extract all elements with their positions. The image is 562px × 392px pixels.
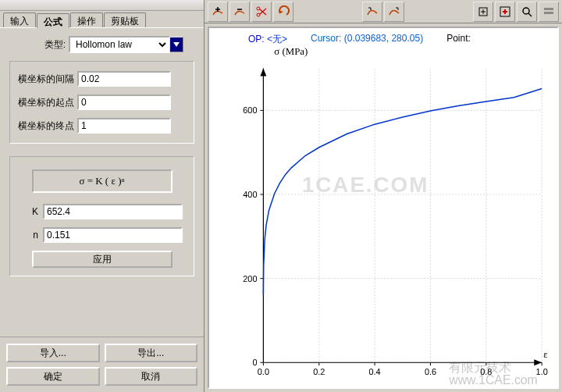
start-label: 横坐标的起点 bbox=[18, 96, 74, 109]
chart-area[interactable]: OP: <无> Cursor: (0.039683, 280.05) Point… bbox=[208, 27, 559, 389]
n-input[interactable] bbox=[43, 227, 183, 243]
chart-toolbar bbox=[205, 0, 562, 23]
tool-settings-icon[interactable] bbox=[539, 2, 559, 22]
svg-text:400: 400 bbox=[243, 190, 257, 199]
svg-text:0.6: 0.6 bbox=[425, 367, 436, 376]
k-label: K bbox=[21, 206, 38, 217]
apply-button[interactable]: 应用 bbox=[32, 251, 173, 268]
tab-operate[interactable]: 操作 bbox=[70, 12, 103, 27]
svg-text:0.2: 0.2 bbox=[313, 367, 325, 376]
end-input[interactable] bbox=[77, 118, 171, 134]
svg-text:0: 0 bbox=[252, 358, 257, 367]
svg-text:0.0: 0.0 bbox=[258, 367, 269, 376]
formula-group: σ = K ( ε )ⁿ K n 应用 bbox=[9, 156, 194, 276]
svg-rect-2 bbox=[479, 8, 487, 16]
op-readout: OP: <无> bbox=[248, 33, 287, 46]
svg-text:0.8: 0.8 bbox=[480, 367, 492, 376]
n-label: n bbox=[21, 230, 38, 241]
export-button[interactable]: 导出... bbox=[105, 344, 198, 362]
svg-text:600: 600 bbox=[243, 105, 257, 115]
svg-rect-3 bbox=[500, 7, 510, 16]
end-label: 横坐标的终点 bbox=[18, 119, 74, 133]
tool-curve1-icon[interactable] bbox=[362, 2, 382, 22]
svg-text:ε: ε bbox=[543, 349, 548, 360]
chart-plot: 1CAE.COM有限元技术www.1CAE.com0.00.20.40.60.8… bbox=[209, 28, 557, 387]
axis-group: 横坐标的间隔 横坐标的起点 横坐标的终点 bbox=[9, 61, 194, 144]
tool-curve2-icon[interactable] bbox=[384, 2, 404, 22]
point-readout: Point: bbox=[446, 33, 471, 46]
chart-info-bar: OP: <无> Cursor: (0.039683, 280.05) Point… bbox=[248, 33, 550, 46]
svg-text:σ  (MPa): σ (MPa) bbox=[274, 46, 308, 57]
svg-point-0 bbox=[257, 7, 260, 10]
tool-zoom-out-icon[interactable] bbox=[229, 2, 250, 22]
svg-rect-6 bbox=[544, 12, 553, 14]
tool-undo-icon[interactable] bbox=[273, 2, 293, 22]
k-input[interactable] bbox=[43, 204, 183, 219]
cancel-button[interactable]: 取消 bbox=[105, 367, 198, 386]
tool-fit-icon[interactable] bbox=[473, 2, 493, 22]
svg-text:200: 200 bbox=[243, 274, 257, 283]
formula-display: σ = K ( ε )ⁿ bbox=[32, 169, 173, 193]
ok-button[interactable]: 确定 bbox=[6, 367, 100, 386]
tool-scissors-icon[interactable] bbox=[251, 2, 272, 22]
import-button[interactable]: 导入... bbox=[6, 344, 100, 362]
interval-label: 横坐标的间隔 bbox=[18, 73, 74, 86]
tool-add-series-icon[interactable] bbox=[495, 2, 515, 22]
svg-text:1.0: 1.0 bbox=[536, 367, 548, 376]
tab-formula[interactable]: 公式 bbox=[37, 13, 69, 28]
svg-point-4 bbox=[523, 8, 529, 14]
svg-text:0.4: 0.4 bbox=[369, 367, 381, 376]
tab-input[interactable]: 输入 bbox=[3, 12, 36, 27]
tab-bar: 输入 公式 操作 剪贴板 bbox=[0, 11, 204, 28]
svg-text:1CAE.COM: 1CAE.COM bbox=[302, 173, 429, 197]
svg-rect-5 bbox=[544, 8, 553, 10]
type-dropdown-button[interactable] bbox=[169, 37, 183, 52]
start-input[interactable] bbox=[77, 94, 171, 110]
tool-magnify-icon[interactable] bbox=[517, 2, 537, 22]
type-label: 类型: bbox=[9, 38, 66, 52]
interval-input[interactable] bbox=[77, 71, 171, 87]
tool-zoom-in-icon[interactable] bbox=[208, 2, 228, 22]
svg-text:www.1CAE.com: www.1CAE.com bbox=[448, 373, 538, 387]
svg-point-1 bbox=[257, 13, 260, 16]
tab-clipboard[interactable]: 剪贴板 bbox=[104, 12, 146, 27]
cursor-readout: Cursor: (0.039683, 280.05) bbox=[311, 33, 423, 46]
type-select[interactable]: Hollomon law bbox=[69, 36, 170, 53]
